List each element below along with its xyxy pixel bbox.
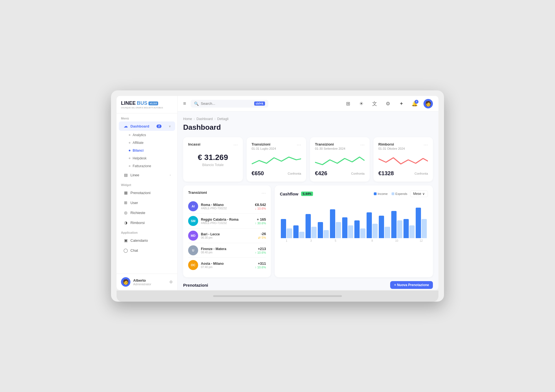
- expend-bar: [324, 230, 329, 238]
- search-shortcut: ctrl+k: [254, 101, 265, 106]
- top-cards-row: Incassi ⋯ € 31.269 Bilancio Totale Trans…: [183, 137, 433, 182]
- tc1-subtitle: 01-31 Luglio 2024: [252, 147, 276, 150]
- tl-menu[interactable]: ⋯: [261, 190, 266, 196]
- trans-amount-5: +311 ↑ 10.6%: [255, 261, 266, 269]
- chat-label: Chat: [130, 248, 138, 253]
- chart-label: 5: [330, 239, 341, 242]
- translate-icon[interactable]: 文: [370, 99, 379, 108]
- settings-icon[interactable]: ⚙: [169, 280, 173, 284]
- user-name: Alberto: [133, 278, 167, 282]
- sidebar-item-chat[interactable]: ◯ Chat: [119, 246, 175, 255]
- sidebar-sub-analytics[interactable]: Analytics: [119, 131, 175, 139]
- sidebar-item-linee[interactable]: ▤ Linee ›: [119, 170, 175, 180]
- linee-label: Linee: [130, 173, 139, 177]
- sidebar-item-prenotazioni[interactable]: ▦ Prenotazioni: [119, 188, 175, 197]
- trans-id-1: #ABLE-PRO-T00232: [201, 207, 252, 210]
- trans-item-5[interactable]: OC Aosta - Milano 07:40 pm +311 ↑ 10.6%: [188, 258, 266, 272]
- logo-bus: BUS: [137, 100, 147, 106]
- trans-avatar-1: AI: [188, 201, 198, 211]
- trans-item-3[interactable]: MD Bari - Lecce 06:30 pm -26 ⇄ 5%: [188, 228, 266, 243]
- expend-bar: [299, 232, 304, 238]
- laptop-keyboard: [117, 291, 438, 302]
- search-bar[interactable]: 🔍 ctrl+k: [191, 100, 268, 108]
- puzzle-icon[interactable]: ✦: [397, 99, 406, 108]
- settings-icon[interactable]: ⚙: [384, 99, 392, 108]
- sidebar-item-user[interactable]: ⊞ User: [119, 198, 175, 207]
- tc2-chart: [315, 154, 365, 167]
- sidebar-user[interactable]: 🧑 Alberto Administrator ⚙: [117, 274, 177, 290]
- keyboard-bar: [213, 295, 342, 297]
- tc2-menu[interactable]: ⋯: [360, 142, 365, 147]
- apps-icon[interactable]: ⊞: [344, 99, 352, 108]
- sidebar-item-richieste[interactable]: ◎ Richieste: [119, 208, 175, 217]
- bar-group: [354, 220, 365, 238]
- trans-item-4[interactable]: U Firenze - Matera 08:40 pm +213 ↑ 10.6%: [188, 243, 266, 258]
- nuova-prenotazione-button[interactable]: + Nuova Prenotazione: [390, 281, 433, 289]
- content-area: Home › Dashboard › Dettagli Dashboard In…: [178, 111, 438, 290]
- sidebar: LINEE BUS v1.3.0 OVUNQUE SEL ORARI E BIG…: [117, 96, 178, 290]
- sidebar-item-calendario[interactable]: ▣ Calendario: [119, 236, 175, 245]
- tc1-compare[interactable]: Confronta: [288, 172, 301, 175]
- trans-item-1[interactable]: AI Roma - Milano #ABLE-PRO-T00232 €8.542…: [188, 199, 266, 214]
- expend-bar: [397, 220, 402, 238]
- breadcrumb-home[interactable]: Home: [183, 117, 192, 121]
- chart-label: [342, 239, 353, 242]
- expend-bar: [287, 228, 292, 238]
- trans-route-1: Roma - Milano: [201, 203, 252, 207]
- rc-header: Rimborsi 01-31 Ottobre 2024 ⋯: [379, 142, 428, 150]
- tc2-value: €426: [315, 170, 327, 177]
- incassi-card-header: Incassi ⋯: [188, 142, 238, 147]
- trans-amount-3: -26 ⇄ 5%: [258, 232, 266, 240]
- income-bar: [367, 212, 372, 238]
- expend-bar: [311, 227, 317, 238]
- trans-route-2: Reggio Calabria - Roma: [201, 218, 252, 222]
- menu-toggle-icon[interactable]: ≡: [183, 101, 186, 106]
- rc-menu[interactable]: ⋯: [423, 142, 428, 147]
- sidebar-sub-affiliate[interactable]: Affiliate: [119, 139, 175, 146]
- richieste-icon: ◎: [123, 210, 128, 215]
- cashflow-dropdown[interactable]: Mese ∨: [410, 190, 428, 197]
- trans-item-2[interactable]: SM Reggio Calabria - Roma #ABLE-PRO-T102…: [188, 214, 266, 228]
- bar-group: [318, 222, 329, 238]
- income-bar: [318, 222, 323, 238]
- bar-chart: [281, 199, 427, 238]
- expend-bar: [336, 222, 341, 238]
- notification-icon[interactable]: 🔔 3: [410, 99, 419, 108]
- affiliate-label: Affiliate: [133, 141, 143, 145]
- breadcrumb-dashboard[interactable]: Dashboard: [196, 117, 213, 121]
- sidebar-item-dashboard[interactable]: ☁ Dashboard 2 ∨: [119, 121, 175, 131]
- cashflow-title: Cashflow: [280, 192, 298, 196]
- tc1-value: €650: [252, 170, 264, 177]
- chart-labels: 13581012: [281, 239, 427, 242]
- breadcrumb-dettagli[interactable]: Dettagli: [217, 117, 229, 121]
- sidebar-sub-helpdesk[interactable]: Helpdesk: [119, 155, 175, 162]
- trans-avatar-2: SM: [188, 216, 198, 226]
- bar-group: [403, 219, 415, 238]
- incassi-menu-icon[interactable]: ⋯: [233, 142, 238, 147]
- expend-bar: [409, 225, 415, 238]
- sun-icon[interactable]: ☀: [357, 99, 366, 108]
- sidebar-sub-bilanci[interactable]: Bilanci: [119, 147, 175, 154]
- tl-header: Transizioni ⋯: [188, 190, 266, 196]
- richieste-label: Richieste: [130, 211, 145, 215]
- sidebar-sub-fatturazione[interactable]: Fatturazione: [119, 162, 175, 170]
- cashflow-chevron-icon: ∨: [422, 192, 425, 196]
- bar-group: [330, 209, 341, 238]
- income-bar: [293, 225, 299, 238]
- second-row: Transizioni ⋯ AI Roma - Milano #ABLE-PRO…: [183, 185, 433, 277]
- transizioni-card-2: Transizioni 01-30 Settembre 2024 ⋯ €426: [310, 137, 370, 182]
- rc-compare[interactable]: Confronta: [415, 172, 428, 175]
- expend-bar: [372, 224, 378, 238]
- bar-chart-container: 13581012: [280, 199, 428, 242]
- sidebar-item-rimborsi[interactable]: ◑ Rimborsi: [119, 218, 175, 227]
- rimborsi-card: Rimborsi 01-31 Ottobre 2024 ⋯ €1328: [374, 137, 433, 182]
- bar-group: [416, 208, 427, 238]
- topbar-avatar[interactable]: 🧑: [423, 99, 433, 108]
- trans-id-2: #ABLE-PRO-T10232: [201, 222, 252, 225]
- search-input[interactable]: [201, 101, 252, 106]
- trans-amount-2: + 165 ↑ 30.6%: [255, 217, 266, 225]
- transizioni-items: AI Roma - Milano #ABLE-PRO-T00232 €8.542…: [188, 199, 266, 272]
- tc1-menu[interactable]: ⋯: [297, 142, 301, 147]
- tc2-compare[interactable]: Confronta: [351, 172, 364, 175]
- tc1-title: Transizioni: [252, 142, 276, 146]
